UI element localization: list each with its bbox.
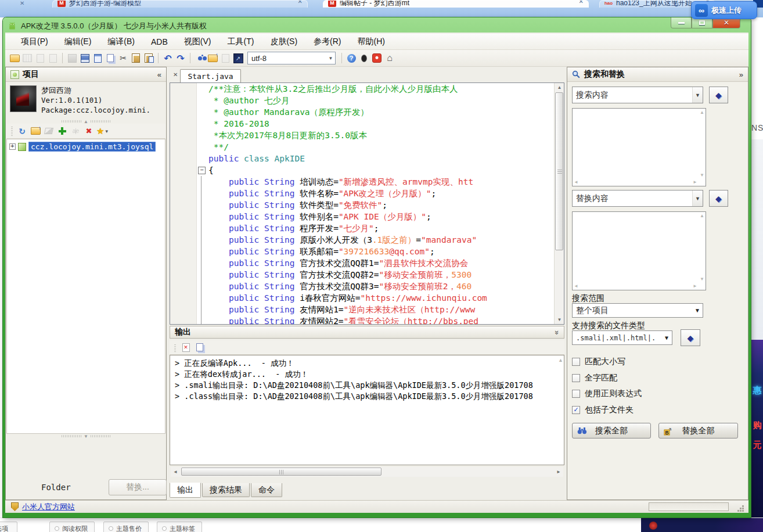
scroll-down-icon[interactable]: ▼: [555, 315, 564, 324]
code-line[interactable]: 12 public String 软件别名="APK IDE（少月版）";: [170, 211, 564, 222]
delete-icon[interactable]: [83, 125, 95, 137]
replace-text-area[interactable]: ▲ ▼ ◄ ►: [572, 211, 706, 290]
menu-item-7[interactable]: 参考(R): [306, 35, 348, 49]
code-line[interactable]: 5 *本次为2017年8月8日更新的3.5.0版本: [170, 130, 564, 141]
code-line[interactable]: 4 * 2016-2018: [170, 118, 564, 130]
code-line[interactable]: 15 public String 联系邮箱="397216633@qq.com"…: [170, 246, 564, 257]
code-line[interactable]: 18 public String 官方技术交流QQ群3="移动安全预前班2，46…: [170, 281, 564, 292]
radio-icon[interactable]: [162, 526, 167, 531]
paste-icon[interactable]: [130, 52, 142, 64]
build-icon[interactable]: [232, 52, 244, 64]
chevron-down-icon[interactable]: ▼: [326, 56, 335, 61]
collapse-panel-icon[interactable]: »: [739, 70, 743, 79]
clear-search-button[interactable]: [709, 87, 728, 103]
forum-tab-1[interactable]: 阅读权限: [49, 522, 95, 532]
menu-item-6[interactable]: 皮肤(S): [262, 35, 305, 49]
code-line[interactable]: 17 public String 官方技术交流QQ群2="移动安全预前班，530…: [170, 269, 564, 281]
checkbox-icon[interactable]: [572, 358, 580, 366]
code-line[interactable]: 13 public String 程序开发="七少月";: [170, 222, 564, 234]
splitter-down[interactable]: ▼: [6, 434, 165, 438]
netdisk-popup[interactable]: ∞ 极速上传: [691, 1, 757, 19]
home-icon[interactable]: [384, 52, 395, 64]
forum-tab-3[interactable]: 主题标签: [157, 522, 202, 532]
scroll-left-icon[interactable]: ◄: [171, 467, 180, 477]
code-editor[interactable]: 1/**注意：本软件从3.2之后推出少月版，自此小米人少月版由本人2 * @au…: [170, 82, 564, 325]
menu-item-8[interactable]: 帮助(H): [350, 35, 392, 49]
menu-item-0[interactable]: 项目(P): [13, 35, 56, 49]
output-tab-2[interactable]: 命令: [251, 483, 282, 497]
code-line[interactable]: 2 * @author 七少月: [170, 95, 564, 106]
replace-content-combo[interactable]: 替换内容 ▼: [572, 190, 703, 207]
output-tab-1[interactable]: 搜索结果: [202, 483, 250, 497]
clear-replace-button[interactable]: [709, 190, 728, 207]
collapse-output-icon[interactable]: »: [553, 330, 562, 334]
chevron-down-icon[interactable]: ▼: [692, 87, 703, 103]
menu-item-4[interactable]: 视图(V): [177, 35, 219, 49]
open-folder-icon[interactable]: [9, 52, 20, 64]
blog-icon[interactable]: [371, 52, 383, 64]
scroll-up-icon[interactable]: ▲: [555, 83, 564, 92]
code-line[interactable]: 20 public String 友情网站1="逆向未来技术社区（http://…: [170, 304, 564, 315]
code-line[interactable]: 10 public String 软件名称="APK改之理（少月版）";: [170, 188, 564, 199]
save-page-icon[interactable]: [92, 52, 103, 64]
official-site-link[interactable]: 小米人官方网站: [22, 502, 75, 512]
code-line[interactable]: 7public class ApkIDE: [170, 153, 564, 164]
bug-icon[interactable]: [358, 52, 370, 64]
radio-icon[interactable]: [109, 526, 113, 531]
scrollbar-thumb[interactable]: [181, 468, 382, 476]
filetype-combo[interactable]: .smali|.xml|.html|. ▼: [572, 330, 672, 345]
code-line[interactable]: 1/**注意：本软件从3.2之后推出少月版，自此小米人少月版由本人: [170, 83, 564, 95]
radio-icon[interactable]: [55, 526, 59, 531]
find-icon[interactable]: [194, 52, 206, 64]
checkbox-checked-icon[interactable]: ✓: [572, 406, 580, 414]
code-line[interactable]: 8{: [170, 164, 564, 176]
chevron-down-icon[interactable]: ▼: [692, 190, 703, 206]
menu-item-1[interactable]: 编辑(E): [57, 35, 99, 49]
scrollbar-thumb[interactable]: [555, 92, 563, 250]
folder-export-icon[interactable]: [207, 52, 218, 64]
output-log[interactable]: > 正在反编译Apk... - 成功！ > 正在将dex转成jar... - 成…: [170, 355, 564, 465]
chevron-down-icon[interactable]: ▼: [692, 304, 703, 317]
search-all-button[interactable]: 搜索全部: [572, 423, 651, 438]
stray-tab-close-icon[interactable]: ✕: [20, 0, 24, 6]
tab-close-icon[interactable]: ✕: [298, 0, 303, 5]
resize-grip[interactable]: [742, 505, 744, 507]
code-line[interactable]: 3 * @author Mandarava（原程序开发）: [170, 106, 564, 118]
menu-item-5[interactable]: 工具(T): [219, 35, 261, 49]
refresh-icon[interactable]: [16, 125, 28, 137]
code-line[interactable]: 6 **/: [170, 141, 564, 153]
clear-filetype-button[interactable]: [681, 329, 700, 346]
search-text-area[interactable]: ▲ ▼ ◄ ►: [572, 108, 706, 186]
tree-selected-item[interactable]: ccz.locojoy.mini.mt3.joysql: [28, 142, 156, 152]
help-icon[interactable]: [345, 52, 357, 64]
copy-output-icon[interactable]: [194, 342, 206, 353]
editor-tabstrip-close-icon[interactable]: ✕: [173, 71, 178, 78]
folder-export-icon[interactable]: [30, 125, 41, 137]
forum-tab-2[interactable]: 主题售价: [103, 522, 149, 532]
code-line[interactable]: 19 public String i春秋官方网站="https://www.ic…: [170, 292, 564, 304]
clear-output-icon[interactable]: [180, 342, 192, 353]
browser-tab-1[interactable]: M编辑帖子 - 梦幻西游mt✕: [323, 0, 589, 8]
code-line[interactable]: 11 public String 软件类型="免费软件";: [170, 199, 564, 211]
tab-close-icon[interactable]: ✕: [579, 0, 584, 5]
code-line[interactable]: 21 public String 友情网站2="看雪安全论坛（http://bb…: [170, 315, 564, 325]
save-icon[interactable]: [79, 52, 91, 64]
redo-icon[interactable]: [175, 52, 186, 64]
code-line[interactable]: 14 public String 原版小米人开发（3.1版之前）="mandar…: [170, 234, 564, 246]
collapse-panel-icon[interactable]: «: [157, 70, 161, 79]
splitter-up[interactable]: ▲: [6, 119, 165, 124]
output-scroll-up-icon[interactable]: ▲: [558, 357, 563, 363]
copy-icon[interactable]: [105, 52, 116, 64]
paste-special-icon[interactable]: [143, 52, 154, 64]
fold-marker-icon[interactable]: [197, 164, 206, 176]
forum-tab-0[interactable]: 选项: [0, 522, 17, 532]
output-horizontal-scrollbar[interactable]: ◄ ►: [171, 467, 563, 477]
replace-all-button[interactable]: a B 替换全部: [658, 423, 738, 438]
code-line[interactable]: 9 public String 培训动态="新增渗透风控、armvmp实现、ht…: [170, 176, 564, 188]
editor-tab-startjava[interactable]: Start.java: [180, 69, 240, 82]
chevron-down-icon[interactable]: ▼: [661, 331, 672, 344]
tree-expand-icon[interactable]: [9, 143, 16, 150]
minimize-button[interactable]: [671, 17, 692, 28]
browser-tab-0[interactable]: M梦幻西游手游-编游模型✕: [52, 0, 308, 8]
replace-button[interactable]: 替换...: [109, 479, 167, 495]
